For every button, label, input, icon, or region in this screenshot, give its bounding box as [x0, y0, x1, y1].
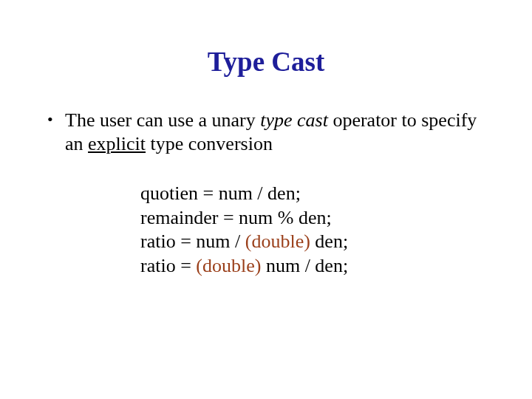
code-l4-c: num / den; — [261, 255, 348, 276]
bullet-text-explicit: explicit — [88, 133, 146, 154]
code-line-4: ratio = (double) num / den; — [140, 254, 488, 279]
bullet-text-post: type conversion — [146, 133, 273, 154]
code-l3-keyword: (double) — [245, 231, 310, 252]
bullet-item: The user can use a unary type cast opera… — [44, 109, 488, 155]
slide-body: The user can use a unary type cast opera… — [44, 109, 488, 278]
code-l3-a: ratio = num / — [140, 231, 245, 252]
code-l4-keyword: (double) — [196, 255, 261, 276]
code-line-2: remainder = num % den; — [140, 206, 488, 231]
code-line-1: quotien = num / den; — [140, 182, 488, 206]
slide-title: Type Cast — [0, 46, 532, 78]
code-line-3: ratio = num / (double) den; — [140, 230, 488, 254]
code-block: quotien = num / den; remainder = num % d… — [140, 182, 488, 278]
code-l3-c: den; — [310, 231, 348, 252]
code-l4-a: ratio = — [140, 255, 196, 276]
bullet-text-typecast: type cast — [260, 109, 328, 131]
slide: Type Cast The user can use a unary type … — [0, 46, 532, 399]
bullet-list: The user can use a unary type cast opera… — [44, 109, 488, 155]
bullet-text-pre: The user can use a unary — [65, 109, 260, 131]
